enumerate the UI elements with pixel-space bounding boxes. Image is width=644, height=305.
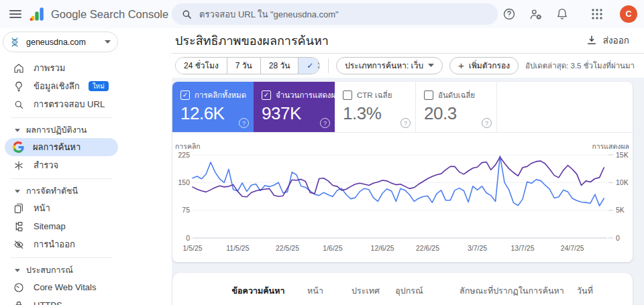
sidebar-item-label: Core Web Vitals [34,282,96,292]
sidebar-item-https[interactable]: HTTPS [0,296,118,305]
home-icon [13,62,25,74]
sidebar-section-header[interactable]: ผลการปฏิบัติงาน [0,122,172,138]
add-filter-chip[interactable]: + เพิ่มตัวกรอง [449,57,519,74]
help-icon[interactable]: ? [320,118,330,128]
sidebar-section-header[interactable]: การจัดทำดัชนี [0,183,172,199]
search-input[interactable]: ตรวจสอบ URL ใน "geneusdna.com" [172,3,498,25]
main-layout: geneusdna.com ภาพรวมข้อมูลเชิงลึกใหม่การ… [0,28,644,305]
lock-icon [13,300,25,305]
section-label: ผลการปฏิบัติงาน [26,123,87,137]
filters-row: 24 ชั่วโมง7 วัน28 วัน✓3 เดือนเพิ่มเติม ป… [172,54,644,78]
help-icon[interactable]: ? [482,118,492,128]
lightbulb-icon [13,80,25,93]
pages-icon [13,202,25,215]
help-icon[interactable]: ? [400,118,411,128]
sidebar-item-การตรวจสอบ-url[interactable]: การตรวจสอบ URL [0,95,118,113]
sidebar-item-การนำออก[interactable]: การนำออก [0,235,118,253]
svg-text:การแสดงผล: การแสดงผล [592,142,629,150]
svg-text:225: 225 [178,151,190,159]
date-range-chip[interactable]: 7 วัน [227,58,261,74]
filter-divider [328,58,329,73]
chevron-down-icon [428,64,434,67]
ctr-tile[interactable]: CTR เฉลี่ย1.3%? [335,82,416,132]
help-icon[interactable]: ? [239,118,249,128]
sidebar-item-sitemap[interactable]: Sitemap [0,217,118,235]
svg-text:3/7/25: 3/7/25 [468,244,487,252]
position-tile[interactable]: อันดับเฉลี่ย20.3? [416,82,497,132]
sidebar-item-label: ข้อมูลเชิงลึก [34,79,80,93]
impressions-tile[interactable]: ✓จำนวนการแสดงผ...937K? [254,82,335,132]
metric-header: ✓จำนวนการแสดงผ... [262,89,335,101]
content-header: ประสิทธิภาพของผลการค้นหา ส่งออก [172,28,644,54]
svg-text:11/5/25: 11/5/25 [226,244,249,252]
date-range-chip[interactable]: ✓3 เดือน [299,58,319,74]
performance-chart-card: ✓การคลิกทั้งหมด12.6K?✓จำนวนการแสดงผ...93… [172,82,633,262]
account-settings-icon[interactable] [529,7,543,21]
sidebar-nav: ภาพรวมข้อมูลเชิงลึกใหม่การตรวจสอบ URLผลก… [0,59,172,305]
apps-grid-icon[interactable] [591,8,603,20]
tab-label: ประเทศ [352,286,380,296]
sidebar-item-search-results[interactable]: ผลการค้นหา [5,138,118,156]
sidebar-item-core-web-vitals[interactable]: Core Web Vitals [0,278,118,296]
metric-checkbox[interactable]: ✓ [180,90,190,100]
date-range-label: 3 เดือน [317,59,319,72]
svg-text:10K: 10K [616,178,629,186]
table-tab[interactable]: หน้า [307,273,323,298]
metric-label: อันดับเฉลี่ย [438,89,475,101]
sidebar-divider [11,178,113,179]
content: ประสิทธิภาพของผลการค้นหา ส่งออก 24 ชั่วโ… [172,28,644,305]
app-title: Google Search Console [51,8,168,21]
section-label: ประสบการณ์ [26,263,73,277]
sidebar-item-label: HTTPS [34,300,62,305]
search-type-chip[interactable]: ประเภทการค้นหา: เว็บ [336,57,443,74]
section-caret-icon [15,129,20,132]
tab-label: อุปกรณ์ [395,286,423,296]
search-console-logo-icon[interactable] [28,5,46,23]
tiles-filler [497,82,633,132]
avatar[interactable]: C [620,5,637,23]
property-selector[interactable]: geneusdna.com [3,32,118,52]
metric-checkbox[interactable]: ✓ [262,90,271,100]
search-icon [13,99,25,111]
search-icon [181,9,193,20]
section-caret-icon [15,190,20,193]
metric-header: ✓การคลิกทั้งหมด [180,89,254,101]
metric-checkbox[interactable] [343,90,352,100]
date-range-chip[interactable]: 24 ชั่วโมง [176,58,227,74]
sidebar-item-หน้า[interactable]: หน้า [0,199,118,217]
sidebar-item-สำรวจ[interactable]: สำรวจ [0,156,118,174]
svg-text:12/6/25: 12/6/25 [371,244,394,252]
canvas-area: ✓การคลิกทั้งหมด12.6K?✓จำนวนการแสดงผ...93… [172,78,644,305]
table-tab[interactable]: ข้อความค้นหา [232,273,285,298]
topbar-actions: C [502,0,637,28]
table-tab[interactable]: อุปกรณ์ [395,273,423,298]
table-tab[interactable]: วันที่ [577,273,593,298]
export-button[interactable]: ส่งออก [582,32,633,48]
page-title: ประสิทธิภาพของผลการค้นหา [175,31,329,50]
svg-text:15K: 15K [616,151,629,159]
date-range-chip[interactable]: 28 วัน [261,58,299,74]
table-tab[interactable]: ประเทศ [352,273,380,298]
clicks-tile[interactable]: ✓การคลิกทั้งหมด12.6K? [172,82,254,132]
help-icon[interactable] [502,7,516,21]
menu-icon[interactable] [7,5,24,23]
new-badge: ใหม่ [89,81,109,91]
metric-checkbox[interactable] [424,90,433,100]
svg-text:0: 0 [186,234,190,242]
sidebar-section-header[interactable]: ประสบการณ์ [0,262,172,278]
sidebar-item-label: ผลการค้นหา [33,140,80,154]
sidebar-item-ข้อมูลเชิงลึก[interactable]: ข้อมูลเชิงลึกใหม่ [0,77,118,95]
sidebar-item-ภาพรวม[interactable]: ภาพรวม [0,59,118,77]
export-label: ส่งออก [603,33,629,48]
sidebar-item-label: Sitemap [34,221,66,231]
discover-asterisk-icon [13,160,25,172]
svg-text:1/6/25: 1/6/25 [323,244,342,252]
dimensions-table-card: ข้อความค้นหาหน้าประเทศอุปกรณ์ลักษณะที่ปร… [172,273,633,305]
notifications-icon[interactable] [555,7,569,21]
tab-label: ลักษณะที่ปรากฏในการค้นหา [460,286,564,296]
sitemap-icon [13,221,25,233]
table-tab[interactable]: ลักษณะที่ปรากฏในการค้นหา [460,273,564,298]
gauge-icon [13,282,25,294]
sidebar-divider [11,117,113,118]
date-range-label: 7 วัน [235,59,252,72]
